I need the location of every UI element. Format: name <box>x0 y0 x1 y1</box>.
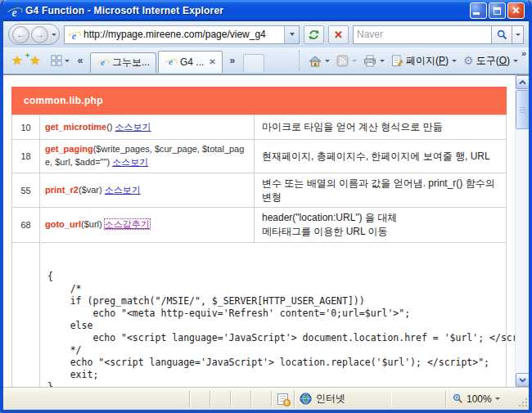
print-button[interactable] <box>361 51 387 70</box>
home-button[interactable] <box>306 51 332 70</box>
toolbar-separator <box>299 51 300 70</box>
refresh-icon <box>308 29 320 41</box>
line-number: 68 <box>12 208 40 243</box>
close-button[interactable]: ✕ <box>507 2 525 19</box>
browser-window: e G4 Function - Microsoft Internet Explo… <box>0 0 532 413</box>
nav-buttons: ← → <box>8 24 60 45</box>
chevron-down-icon <box>519 378 526 383</box>
function-name: goto_url <box>45 219 81 229</box>
search-input[interactable] <box>357 29 488 40</box>
ie-logo-icon: e <box>8 5 20 17</box>
page-content: common.lib.php 10 get_microtime() 소스보기 마… <box>3 74 529 387</box>
tab-gnuboard[interactable]: e 그누보... <box>90 52 156 73</box>
scroll-tabs-left-button[interactable]: « <box>71 51 89 70</box>
function-cell: get_microtime() 소스보기 <box>40 115 255 140</box>
feeds-button[interactable] <box>334 51 359 70</box>
view-source-link[interactable]: 소스보기 <box>115 122 151 132</box>
arrow-right-icon: → <box>35 29 45 40</box>
zone-label: 인터넷 <box>316 392 345 406</box>
zoom-icon <box>453 393 463 404</box>
star-plus-icon: ★ <box>29 53 40 68</box>
tab-close-icon[interactable]: ✕ <box>209 57 215 66</box>
zoom-dropdown[interactable] <box>495 397 500 400</box>
address-combo[interactable]: e <box>64 25 300 44</box>
stop-icon: ✕ <box>334 29 343 41</box>
status-bar: ! 인터넷 100% <box>3 387 529 410</box>
table-row: 10 get_microtime() 소스보기 마이크로 타임을 얻어 계산 형… <box>12 115 507 140</box>
page-ie-icon: e <box>69 29 79 40</box>
function-description: 변수 또는 배열의 이름과 값을 얻어냄. print_r() 함수의 변형 <box>255 173 507 208</box>
zoom-control[interactable]: 100% <box>445 391 517 407</box>
function-cell: goto_url($url) 소스감추기 <box>40 208 255 243</box>
resize-grip[interactable] <box>517 388 529 410</box>
toolbar-overflow-chevron[interactable]: » <box>521 48 526 58</box>
line-number: 55 <box>12 173 40 208</box>
function-cell: print_r2($var) 소스보기 <box>40 173 255 208</box>
ie-favicon: e <box>98 58 108 68</box>
function-description: 마이크로 타임을 얻어 계산 형식으로 만듦 <box>255 115 507 140</box>
rss-feed-icon <box>336 55 349 67</box>
maximize-button[interactable] <box>489 2 506 19</box>
search-icon <box>497 29 507 40</box>
add-favorite-button[interactable]: ★ + <box>26 51 44 70</box>
search-button[interactable] <box>492 25 512 44</box>
function-name: print_r2 <box>45 185 79 195</box>
scroll-up-button[interactable] <box>516 75 530 89</box>
history-dropdown[interactable] <box>52 34 56 36</box>
printer-icon <box>363 55 376 67</box>
line-number: 10 <box>12 115 40 140</box>
scroll-tabs-right-button[interactable]: » <box>223 51 241 70</box>
function-description: 현재페이지, 총페이지수, 한페이지에 보여줄 행, URL <box>255 140 507 173</box>
chevron-up-icon <box>519 80 526 85</box>
page-alert-icon: ! <box>277 393 288 405</box>
address-bar: ← → e ✕ <box>3 21 529 47</box>
home-icon <box>309 55 322 67</box>
page-icon <box>391 55 404 67</box>
tab-bar: ★ ★ + « e 그누보... e G4 ... ✕ » <box>3 47 529 74</box>
vertical-scrollbar[interactable] <box>515 75 529 387</box>
zoom-level: 100% <box>467 393 492 405</box>
star-icon: ★ <box>11 53 22 68</box>
new-tab-stub[interactable] <box>243 54 264 72</box>
address-dropdown-button[interactable] <box>284 26 299 43</box>
url-input[interactable] <box>83 29 284 40</box>
globe-icon <box>300 393 312 405</box>
security-zone-panel: 인터넷 <box>295 391 391 407</box>
line-number: 18 <box>12 140 40 173</box>
function-name: get_paging <box>45 144 93 154</box>
gear-icon: ⚙ <box>463 55 474 66</box>
minimize-button[interactable] <box>470 2 487 19</box>
forward-button[interactable]: → <box>31 26 48 43</box>
function-table: 10 get_microtime() 소스보기 마이크로 타임을 얻어 계산 형… <box>11 114 507 387</box>
source-code-row: { /* if (preg_match("/MSIE/", $_SERVER[H… <box>12 243 507 387</box>
status-message-panel <box>3 391 190 407</box>
command-toolbar: 페이지(P) ⚙ 도구(O) <box>291 51 521 70</box>
tab-g4-function-active[interactable]: e G4 ... ✕ <box>158 51 223 73</box>
file-title: common.lib.php <box>11 87 507 114</box>
hide-source-link[interactable]: 소스감추기 <box>105 219 150 229</box>
quick-tabs-button[interactable] <box>49 51 71 70</box>
table-row: 68 goto_url($url) 소스감추기 header("location… <box>12 208 507 243</box>
view-source-link[interactable]: 소스보기 <box>112 157 148 167</box>
page-menu-button[interactable]: 페이지(P) <box>389 51 459 70</box>
scroll-down-button[interactable] <box>516 373 530 387</box>
scrollbar-thumb[interactable] <box>516 90 530 129</box>
function-name: get_microtime <box>45 122 106 132</box>
search-dropdown[interactable] <box>512 25 524 44</box>
search-box <box>353 25 524 44</box>
back-button[interactable]: ← <box>12 26 29 43</box>
arrow-left-icon: ← <box>16 29 26 40</box>
refresh-button[interactable] <box>304 25 324 44</box>
function-description: header("location:URL") 을 대체 메타태그를 이용한 UR… <box>255 208 507 243</box>
function-cell: get_paging($write_pages, $cur_page, $tot… <box>40 140 255 173</box>
quick-tabs-grid-icon <box>51 55 62 66</box>
tools-menu-button[interactable]: ⚙ 도구(O) <box>461 51 521 70</box>
favorites-button[interactable]: ★ <box>8 51 26 70</box>
page-alert-panel[interactable]: ! <box>272 391 295 407</box>
source-code-block: { /* if (preg_match("/MSIE/", $_SERVER[H… <box>40 265 506 387</box>
table-row: 55 print_r2($var) 소스보기 변수 또는 배열의 이름과 값을 … <box>12 173 507 208</box>
view-source-link[interactable]: 소스보기 <box>105 185 141 195</box>
title-bar: e G4 Function - Microsoft Internet Explo… <box>3 0 529 21</box>
stop-button[interactable]: ✕ <box>328 25 349 44</box>
ie-favicon: e <box>166 57 176 67</box>
